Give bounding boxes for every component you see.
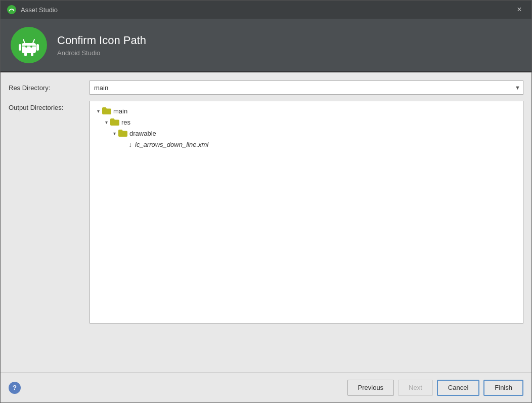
svg-point-1: [10, 9, 11, 10]
footer: ? Previous Next Cancel Finish: [1, 372, 531, 402]
toggle-res[interactable]: ▾: [102, 118, 110, 126]
res-directory-label: Res Directory:: [9, 84, 90, 92]
folder-icon-main: [102, 107, 111, 114]
header-section: Confirm Icon Path Android Studio: [1, 19, 531, 72]
output-directories-label: Output Directories:: [9, 101, 90, 111]
tree-node-drawable[interactable]: ▾ drawable: [92, 128, 521, 139]
output-directories-row: Output Directories: ▾ main ▾: [9, 101, 523, 324]
toggle-main[interactable]: ▾: [94, 107, 102, 115]
svg-point-0: [7, 5, 16, 14]
node-label-drawable: drawable: [129, 130, 156, 137]
previous-button[interactable]: Previous: [347, 380, 394, 396]
footer-buttons: Previous Next Cancel Finish: [347, 380, 523, 396]
res-directory-select[interactable]: main: [90, 80, 523, 95]
cancel-button[interactable]: Cancel: [437, 380, 479, 396]
svg-line-5: [33, 39, 34, 43]
tree-node-file[interactable]: ↓ ic_arrows_down_line.xml: [92, 139, 521, 150]
folder-icon-res: [110, 118, 119, 126]
android-logo-svg: [17, 33, 41, 57]
tree-panel: ▾ main ▾ res: [90, 101, 523, 324]
footer-left: ?: [9, 382, 21, 394]
node-label-main: main: [113, 107, 127, 115]
node-label-res: res: [121, 118, 130, 126]
help-button[interactable]: ?: [9, 382, 21, 394]
next-button: Next: [398, 380, 433, 396]
file-arrow-icon: ↓: [128, 140, 132, 148]
titlebar-app-icon: [7, 5, 17, 15]
main-content: Res Directory: main ▼ Output Directories…: [1, 72, 531, 372]
svg-rect-11: [31, 52, 33, 56]
svg-line-4: [23, 39, 25, 43]
tree-node-res[interactable]: ▾ res: [92, 116, 521, 128]
main-window: Asset Studio ×: [0, 0, 532, 403]
toggle-drawable[interactable]: ▾: [110, 129, 118, 137]
header-title: Confirm Icon Path: [57, 34, 146, 47]
close-button[interactable]: ×: [513, 4, 525, 16]
finish-button[interactable]: Finish: [483, 380, 523, 396]
svg-rect-8: [19, 44, 21, 51]
title-bar-text: Asset Studio: [21, 6, 58, 14]
tree-node-main[interactable]: ▾ main: [92, 105, 521, 116]
file-name: ic_arrows_down_line.xml: [135, 141, 208, 148]
svg-rect-9: [36, 44, 39, 51]
title-bar: Asset Studio ×: [1, 1, 531, 19]
app-logo: [11, 27, 47, 63]
header-subtitle: Android Studio: [57, 49, 146, 57]
folder-icon-drawable: [118, 130, 127, 137]
res-directory-wrapper: main ▼: [90, 80, 523, 95]
svg-point-2: [13, 9, 14, 10]
title-bar-left: Asset Studio: [7, 5, 58, 15]
svg-rect-3: [22, 43, 36, 53]
res-directory-row: Res Directory: main ▼: [9, 80, 523, 95]
header-text: Confirm Icon Path Android Studio: [57, 34, 146, 57]
svg-rect-10: [24, 52, 27, 56]
